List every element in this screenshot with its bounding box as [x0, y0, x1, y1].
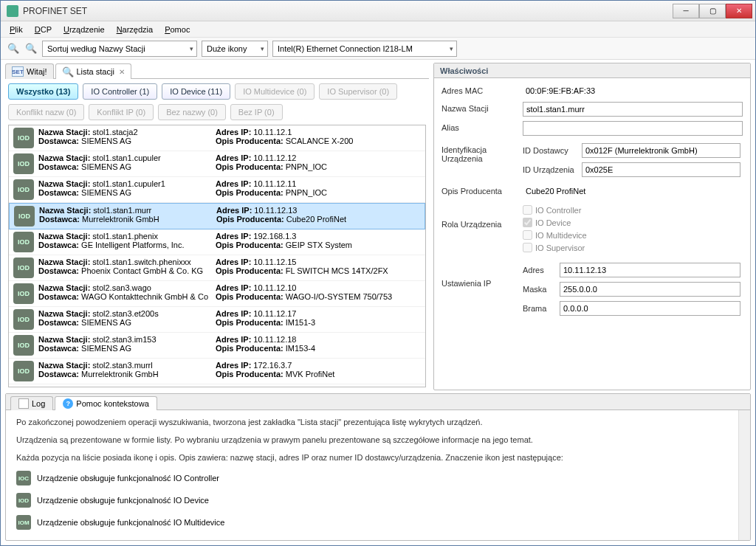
document-icon — [18, 398, 29, 409]
help-text: Urządzenia są prezentowane w formie list… — [16, 435, 740, 444]
device-role-label: Rola Urządzenia — [441, 205, 523, 229]
minimize-button[interactable]: ─ — [673, 4, 699, 18]
station-list[interactable]: IODNazwa Stacji: stol1.stacja2Dostawca: … — [8, 125, 426, 387]
sort-dropdown[interactable]: Sortuj według Nazwy Stacji — [42, 41, 197, 57]
menu-urzadzenie[interactable]: Urządzenie — [59, 24, 109, 35]
iod-icon: IOD — [13, 387, 34, 387]
window-buttons: ─ ▢ ✕ — [673, 4, 752, 18]
iod-icon: IOD — [13, 309, 34, 330]
search-icon: 🔍 — [62, 66, 74, 77]
iod-icon: IOD — [16, 493, 31, 508]
filter-io-multidevice: IO Multidevice (0) — [235, 83, 315, 100]
tab-station-list[interactable]: 🔍Lista stacji✕ — [55, 63, 131, 79]
legend-item: IODUrządzenie obsługuje funkcjonalność I… — [16, 493, 740, 508]
station-row[interactable]: IODNazwa Stacji: stol2.san3.wagoDostawca… — [9, 281, 425, 307]
iod-icon: IOD — [14, 206, 35, 227]
iod-icon: IOD — [13, 361, 34, 381]
station-row[interactable]: IODNazwa Stacji: stol1.stan1.cupuler1Dos… — [9, 177, 425, 203]
close-icon[interactable]: ✕ — [119, 68, 125, 76]
station-name-label: Nazwa Stacji — [441, 102, 523, 113]
search-icon[interactable]: 🔍 — [7, 42, 20, 55]
menu-narzedzia[interactable]: Narzędzia — [112, 24, 158, 35]
station-row[interactable]: IODNazwa Stacji: stol1.stan1.switch.phen… — [9, 255, 425, 281]
tab-context-help[interactable]: ?Pomoc kontekstowa — [55, 396, 157, 410]
station-row[interactable]: IODNazwa Stacji: stol2.stan3.im153Dostaw… — [9, 333, 425, 359]
ip-address-label: Adres — [523, 266, 560, 274]
help-content: Po zakończonej powodzeniem operacji wysz… — [6, 410, 750, 540]
legend-item: IOCUrządzenie obsługuje funkcjonalność I… — [16, 471, 740, 485]
scrollbar[interactable] — [738, 410, 750, 540]
iod-icon: IOD — [13, 232, 34, 252]
ip-gateway-input[interactable] — [560, 301, 740, 316]
help-text: Każda pozycja na liście posiada ikonę i … — [16, 453, 740, 462]
device-ident-label: Identyfikacja Urządzenia — [441, 143, 523, 163]
device-id-label: ID Urządzenia — [523, 165, 582, 174]
ip-gateway-label: Brama — [523, 304, 560, 313]
station-row[interactable]: IODNazwa Stacji: stol2.stan3.et200sDosta… — [9, 307, 425, 333]
tab-welcome[interactable]: SETWitaj! — [5, 63, 54, 79]
close-button[interactable]: ✕ — [726, 4, 752, 18]
station-row[interactable]: IODNazwa Stacji: stol1.stacja2Dostawca: … — [9, 125, 425, 151]
filter-name-conflict: Konflikt nazw (0) — [8, 104, 84, 120]
filter-io-supervisor: IO Supervisor (0) — [319, 83, 397, 100]
app-window: PROFINET SET ─ ▢ ✕ Plik DCP Urządzenie N… — [0, 0, 756, 546]
filter-all[interactable]: Wszystko (13) — [8, 83, 78, 100]
alias-input[interactable] — [523, 121, 743, 136]
filter-bar: Wszystko (13) IO Controller (1) IO Devic… — [5, 79, 429, 123]
alias-label: Alias — [441, 121, 523, 132]
role-io-controller-checkbox — [523, 205, 532, 215]
prod-desc-value: Cube20 ProfiNet — [523, 184, 743, 198]
iom-icon: IOM — [16, 515, 31, 530]
help-text: Po zakończonej powodzeniem operacji wysz… — [16, 418, 740, 426]
app-icon — [7, 5, 18, 17]
filter-no-name: Bez nazwy (0) — [158, 104, 226, 120]
ip-mask-label: Maska — [523, 285, 560, 294]
ip-address-input[interactable] — [560, 263, 740, 277]
station-row[interactable]: IODNazwa Stacji: stol1.stan1.cupulerDost… — [9, 151, 425, 177]
role-io-supervisor-checkbox — [523, 243, 532, 252]
filter-io-device[interactable]: IO Device (11) — [162, 83, 230, 100]
bottom-panel: Log ?Pomoc kontekstowa Po zakończonej po… — [5, 393, 751, 541]
mac-value: 00:0F:9E:FB:AF:33 — [523, 84, 743, 97]
iod-icon: IOD — [13, 335, 34, 356]
iod-icon: IOD — [13, 153, 34, 174]
station-name-input[interactable] — [523, 102, 743, 117]
maximize-button[interactable]: ▢ — [699, 4, 726, 18]
set-icon: SET — [12, 66, 24, 77]
properties-title: Właściwości — [434, 63, 750, 78]
tab-log[interactable]: Log — [10, 396, 53, 410]
legend-item: IOMUrządzenie obsługuje funkcjonalność I… — [16, 515, 740, 530]
iconsize-dropdown[interactable]: Duże ikony — [202, 41, 268, 57]
filter-no-ip: Bez IP (0) — [230, 104, 283, 120]
vendor-id-value — [582, 143, 740, 158]
help-icon: ? — [63, 398, 73, 409]
prod-desc-label: Opis Producenta — [441, 184, 523, 196]
window-title: PROFINET SET — [23, 6, 673, 16]
iod-icon: IOD — [13, 258, 34, 278]
device-id-value — [582, 162, 740, 177]
filter-ip-conflict: Konflikt IP (0) — [89, 104, 154, 120]
vendor-id-label: ID Dostawcy — [523, 146, 582, 155]
ip-settings-label: Ustawienia IP — [441, 263, 523, 288]
iod-icon: IOD — [13, 283, 34, 304]
mac-label: Adres MAC — [441, 84, 523, 95]
refresh-search-icon[interactable]: 🔍 — [24, 42, 38, 55]
nic-dropdown[interactable]: Intel(R) Ethernet Connection I218-LM — [272, 41, 457, 57]
station-row[interactable]: IODNazwa Stacji: stol2.stan3.murrlDostaw… — [9, 359, 425, 384]
left-panel: SETWitaj! 🔍Lista stacji✕ Wszystko (13) I… — [5, 63, 429, 390]
menu-pomoc[interactable]: Pomoc — [160, 24, 194, 35]
filter-io-controller[interactable]: IO Controller (1) — [83, 83, 157, 100]
toolbar: 🔍 🔍 Sortuj według Nazwy Stacji Duże ikon… — [1, 38, 755, 60]
station-row[interactable]: IODNazwa Stacji: stol1.stan1.phenixDosta… — [9, 229, 425, 255]
menu-bar: Plik DCP Urządzenie Narzędzia Pomoc — [1, 21, 755, 38]
iod-icon: IOD — [13, 179, 34, 200]
ip-mask-input[interactable] — [560, 282, 740, 297]
left-tabs: SETWitaj! 🔍Lista stacji✕ — [5, 63, 429, 79]
menu-dcp[interactable]: DCP — [30, 24, 56, 35]
role-io-multidevice-checkbox — [523, 230, 532, 240]
station-row[interactable]: IODNazwa Stacji: stol1.stan1.murrDostawc… — [9, 203, 425, 229]
ioc-icon: IOC — [16, 471, 31, 485]
properties-panel: Właściwości Adres MAC00:0F:9E:FB:AF:33 N… — [433, 63, 751, 390]
station-row[interactable]: IODNazwa Stacji: stol2.stan3.murrpDostaw… — [9, 384, 425, 387]
menu-plik[interactable]: Plik — [5, 24, 27, 35]
